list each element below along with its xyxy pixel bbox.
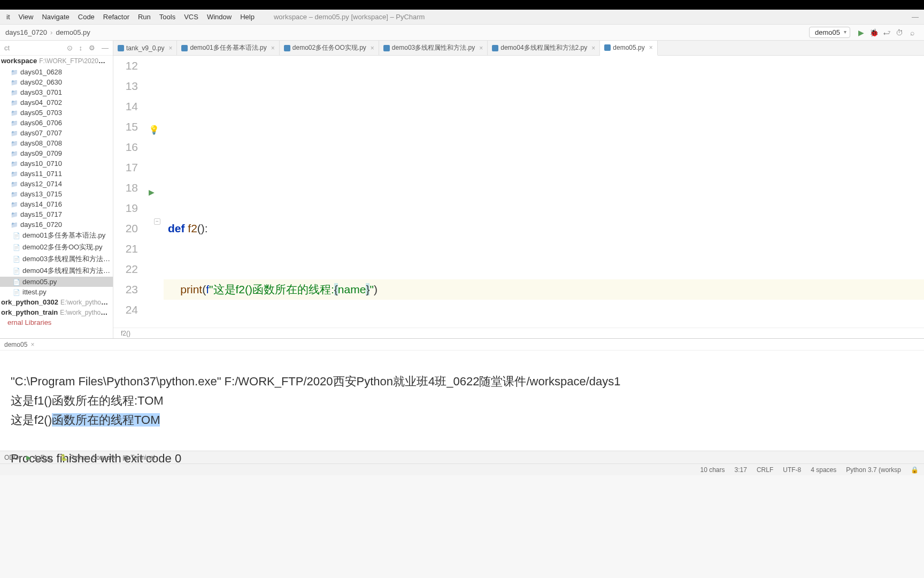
editor-tab[interactable]: tank_v9_0.py× [113,41,177,55]
editor-area: tank_v9_0.py×demo01多任务基本语法.py×demo02多任务O… [113,41,924,338]
editor-breadcrumb[interactable]: f2() [113,328,924,338]
tree-root[interactable]: workspaceF:\WORK_FTP\2020西安Python [0,56,113,67]
terminal-tab[interactable]: ▣ Terminal [122,454,155,461]
close-icon[interactable]: × [271,44,275,52]
editor-tab[interactable]: demo05.py× [600,41,657,56]
editor-tab[interactable]: demo03多线程属性和方法.py× [379,41,488,55]
tree-project[interactable]: ork_python_0302E:\work_python_0302 [0,297,113,307]
run-config-selector[interactable]: demo05 [809,27,850,38]
menu-vcs[interactable]: VCS [180,11,203,23]
todo-tab[interactable]: ODO [4,454,19,461]
title-bar-black [0,0,924,10]
status-selection: 10 chars [700,466,725,474]
menu-edit[interactable]: it [2,11,14,23]
select-opened-icon[interactable]: ⊙ [67,44,73,52]
status-indent[interactable]: 4 spaces [811,466,836,474]
tree-folder[interactable]: days12_0714 [0,179,113,189]
external-libraries[interactable]: ernal Libraries [0,317,113,328]
tree-folder[interactable]: days01_0628 [0,67,113,77]
tree-folder[interactable]: days15_0717 [0,209,113,219]
code-content[interactable]: −def f2(): print(f"这是f2()函数所在的线程:{name}"… [164,56,924,328]
tree-file[interactable]: demo05.py [0,277,113,287]
close-icon[interactable]: × [371,44,374,52]
tree-file[interactable]: demo04多线程属性和方法2.py [0,265,113,277]
search-icon[interactable]: ⌕ [907,27,918,38]
project-tree[interactable]: workspaceF:\WORK_FTP\2020西安Python days01… [0,56,113,338]
minimize-icon[interactable]: — [912,13,919,21]
intention-bulb-icon[interactable]: 💡 [149,120,159,140]
python-file-icon [604,44,611,51]
close-icon[interactable]: × [479,44,483,52]
close-icon[interactable]: × [649,44,653,51]
menu-code[interactable]: Code [74,11,99,23]
tree-folder[interactable]: days11_0711 [0,169,113,179]
project-sidebar: ct ⊙ ↕ ⚙ — workspaceF:\WORK_FTP\2020西安Py… [0,41,113,338]
tree-folder[interactable]: days05_0703 [0,108,113,118]
python-file-icon [118,45,124,51]
menu-window[interactable]: Window [203,11,236,23]
hide-icon[interactable]: — [102,44,109,52]
fold-icon[interactable]: − [154,218,160,225]
run-tool-window: demo05 × "C:\Program Files\Python37\pyth… [0,338,924,451]
menu-view[interactable]: View [14,11,38,23]
breadcrumb-file[interactable]: demo05.py [56,28,90,36]
menu-navigate[interactable]: Navigate [37,11,73,23]
navigation-bar: days16_0720 demo05.py demo05 ▶ 🐞 ⮐ ⏱ ⌕ [0,25,924,41]
project-label: ct [4,44,10,52]
tree-folder[interactable]: days06_0706 [0,118,113,128]
window-title: workspace – demo05.py [workspace] – PyCh… [274,13,425,21]
code-editor[interactable]: 12131415161718192021222324 💡 ▶ −def f2()… [113,56,924,328]
close-icon[interactable]: × [591,44,595,52]
python-file-icon [284,45,290,51]
status-encoding[interactable]: UTF-8 [783,466,801,474]
tree-folder[interactable]: days08_0708 [0,138,113,148]
tree-file[interactable]: demo03多线程属性和方法.py [0,253,113,265]
run-icon[interactable]: ▶ [856,27,866,38]
menu-refactor[interactable]: Refactor [99,11,134,23]
run-tab-label[interactable]: demo05 [4,341,27,348]
tree-folder[interactable]: days04_0702 [0,97,113,108]
tree-folder[interactable]: days16_0720 [0,219,113,230]
editor-tab[interactable]: demo02多任务OO实现.py× [280,41,379,55]
menu-run[interactable]: Run [134,11,155,23]
tree-folder[interactable]: days09_0709 [0,148,113,158]
python-console-tab[interactable]: 🐍 Python Console [60,454,116,461]
status-interpreter[interactable]: Python 3.7 (worksp [846,466,901,474]
tree-folder[interactable]: days14_0716 [0,199,113,209]
close-icon[interactable]: × [30,341,34,348]
gutter-icons: 💡 ▶ [144,56,164,328]
expand-icon[interactable]: ↕ [79,44,83,52]
breadcrumb-folder[interactable]: days16_0720 [5,28,56,36]
tree-folder[interactable]: days02_0630 [0,77,113,87]
editor-tab[interactable]: demo04多线程属性和方法2.py× [488,41,600,55]
menu-help[interactable]: Help [236,11,259,23]
tree-project[interactable]: ork_python_trainE:\work_python_train [0,307,113,317]
line-gutter: 12131415161718192021222324 [113,56,144,328]
tree-folder[interactable]: days07_0707 [0,128,113,138]
menu-bar: it View Navigate Code Refactor Run Tools… [0,10,924,25]
tree-folder[interactable]: days13_0715 [0,189,113,199]
sidebar-toolbar: ct ⊙ ↕ ⚙ — [0,41,113,56]
coverage-icon[interactable]: ⮐ [881,27,892,38]
menu-tools[interactable]: Tools [155,11,180,23]
python-file-icon [492,45,498,51]
gear-icon[interactable]: ⚙ [89,44,95,52]
close-icon[interactable]: × [168,44,172,52]
python-file-icon [383,45,390,51]
profile-icon[interactable]: ⏱ [894,27,905,38]
editor-tab[interactable]: demo01多任务基本语法.py× [177,41,279,55]
lock-icon[interactable]: 🔒 [911,466,919,474]
tree-file[interactable]: demo02多任务OO实现.py [0,241,113,253]
run-line-icon[interactable]: ▶ [149,182,155,202]
tree-file[interactable]: ittest.py [0,287,113,297]
tree-file[interactable]: demo01多任务基本语法.py [0,230,113,241]
run-tab[interactable]: ▶4: Run [26,454,52,461]
editor-tabs: tank_v9_0.py×demo01多任务基本语法.py×demo02多任务O… [113,41,924,56]
debug-icon[interactable]: 🐞 [868,27,879,38]
status-eol[interactable]: CRLF [757,466,773,474]
tree-folder[interactable]: days03_0701 [0,87,113,97]
status-position[interactable]: 3:17 [735,466,747,474]
python-file-icon [181,45,188,51]
tree-folder[interactable]: days10_0710 [0,158,113,169]
